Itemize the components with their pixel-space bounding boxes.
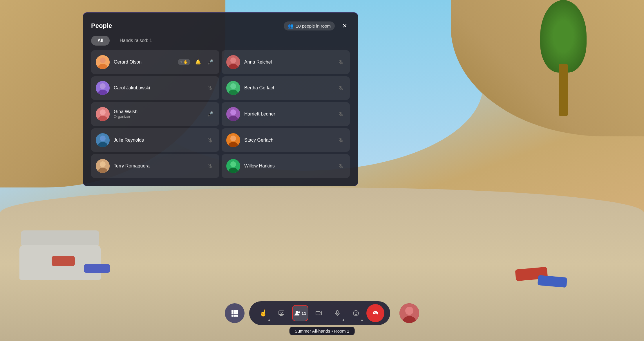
person-actions-carol [206, 84, 215, 92]
svg-rect-66 [316, 311, 320, 315]
person-info-harriett: Harriett Ledner [244, 111, 332, 117]
person-card-terry[interactable]: Terry Romaguera [91, 154, 219, 178]
mic-button[interactable]: ▲ [329, 305, 345, 321]
person-card-willow[interactable]: Willow Harkins [222, 154, 350, 178]
bg-cushion-red [52, 256, 75, 266]
close-button[interactable]: ✕ [339, 21, 350, 31]
svg-point-70 [355, 312, 355, 313]
person-card-carol[interactable]: Carol Jakubowski [91, 76, 219, 100]
svg-rect-55 [234, 310, 236, 312]
avatar-anna [226, 55, 240, 69]
person-info-julie: Julie Reynolds [114, 138, 202, 143]
person-card-bertha[interactable]: Bertha Gerlach [222, 76, 350, 100]
people-count-text: 10 people in room [296, 24, 331, 28]
svg-rect-58 [234, 312, 236, 314]
person-actions-terry [206, 162, 215, 170]
mic-icon-anna[interactable] [337, 58, 345, 66]
people-count-badge: 11 [301, 311, 306, 316]
self-avatar[interactable] [399, 303, 419, 323]
room-tooltip: Summer All-hands • Room 1 [290, 327, 355, 335]
mic-icon-gerard[interactable]: 🎤 [206, 58, 215, 66]
person-name-willow: Willow Harkins [244, 163, 332, 169]
svg-point-10 [100, 83, 106, 89]
person-name-carol: Carol Jakubowski [114, 85, 202, 91]
bg-cushion-blue [84, 264, 110, 273]
mic-icon-willow[interactable] [337, 162, 345, 170]
bg-tree [534, 0, 592, 116]
present-button[interactable] [274, 305, 290, 321]
svg-point-64 [296, 311, 298, 313]
person-actions-willow [337, 162, 345, 170]
room-tooltip-text: Summer All-hands • Room 1 [295, 329, 350, 333]
apps-button[interactable] [225, 303, 245, 323]
person-info-gina: Gina Walsh Organizer [114, 109, 202, 119]
camera-button[interactable] [311, 305, 327, 321]
person-actions-stacy [337, 136, 345, 145]
svg-point-31 [100, 136, 106, 141]
hand-badge-gerard: 1 ✋ [178, 59, 190, 65]
tab-all[interactable]: All [91, 36, 110, 46]
svg-rect-59 [236, 312, 238, 314]
person-card-stacy[interactable]: Stacy Gerlach [222, 128, 350, 152]
mic-icon-julie[interactable] [206, 136, 215, 145]
mic-icon-carol[interactable] [206, 84, 215, 92]
person-card-gerard[interactable]: Gerard Olson 1 ✋ 🔔 🎤 [91, 50, 219, 74]
person-name-stacy: Stacy Gerlach [244, 138, 332, 143]
svg-rect-57 [231, 312, 234, 314]
person-card-anna[interactable]: Anna Reichel [222, 50, 350, 74]
svg-point-43 [100, 161, 106, 167]
person-info-gerard: Gerard Olson [114, 59, 174, 65]
mic-icon-bertha[interactable] [337, 84, 345, 92]
svg-point-4 [230, 57, 236, 63]
avatar-stacy [226, 133, 240, 147]
bell-icon-gerard[interactable]: 🔔 [194, 58, 202, 66]
person-card-gina[interactable]: Gina Walsh Organizer 🎤 [91, 102, 219, 126]
person-name-gina: Gina Walsh [114, 109, 202, 114]
person-actions-julie [206, 136, 215, 145]
person-info-terry: Terry Romaguera [114, 163, 202, 169]
panel-header-right: 👥 10 people in room ✕ [284, 21, 350, 31]
tab-hands-raised[interactable]: Hands raised: 1 [113, 36, 158, 46]
people-count-icon: 👥 [288, 23, 294, 29]
people-grid: Gerard Olson 1 ✋ 🔔 🎤 Anna Reichel [91, 50, 350, 178]
panel-title: People [91, 22, 112, 30]
person-info-bertha: Bertha Gerlach [244, 85, 332, 91]
svg-rect-63 [279, 311, 284, 315]
avatar-gerard [96, 55, 110, 69]
people-button[interactable]: 11 [292, 305, 308, 321]
svg-point-69 [353, 311, 359, 316]
mic-icon-terry[interactable] [206, 162, 215, 170]
toolbar-main: ☝️ ▲ 11 [249, 301, 390, 325]
svg-rect-67 [337, 311, 338, 314]
mic-icon-stacy[interactable] [337, 136, 345, 145]
svg-point-49 [230, 161, 236, 167]
person-name-terry: Terry Romaguera [114, 163, 202, 169]
mic-icon-gina[interactable]: 🎤 [206, 110, 215, 118]
person-actions-anna [337, 58, 345, 66]
svg-point-22 [100, 109, 106, 115]
person-info-anna: Anna Reichel [244, 59, 332, 65]
person-info-willow: Willow Harkins [244, 163, 332, 169]
end-call-button[interactable] [366, 304, 384, 322]
emoji-button[interactable]: ▲ [348, 305, 364, 321]
avatar-carol [96, 81, 110, 95]
person-actions-bertha [337, 84, 345, 92]
person-name-julie: Julie Reynolds [114, 138, 202, 143]
svg-rect-56 [236, 310, 238, 312]
svg-point-25 [230, 109, 236, 115]
person-role-gina: Organizer [114, 114, 202, 119]
raise-hand-button[interactable]: ☝️ ▲ [255, 305, 271, 321]
avatar-harriett [226, 107, 240, 121]
person-card-harriett[interactable]: Harriett Ledner [222, 102, 350, 126]
mic-icon-harriett[interactable] [337, 110, 345, 118]
svg-point-37 [230, 136, 236, 141]
people-count-badge: 👥 10 people in room [284, 21, 335, 30]
svg-rect-61 [234, 315, 236, 317]
avatar-bertha [226, 81, 240, 95]
panel-header: People 👥 10 people in room ✕ [91, 21, 350, 31]
person-card-julie[interactable]: Julie Reynolds [91, 128, 219, 152]
people-panel: People 👥 10 people in room ✕ All Hands r… [83, 12, 358, 186]
svg-point-65 [298, 311, 300, 313]
svg-rect-62 [236, 315, 238, 317]
svg-point-1 [100, 57, 106, 63]
